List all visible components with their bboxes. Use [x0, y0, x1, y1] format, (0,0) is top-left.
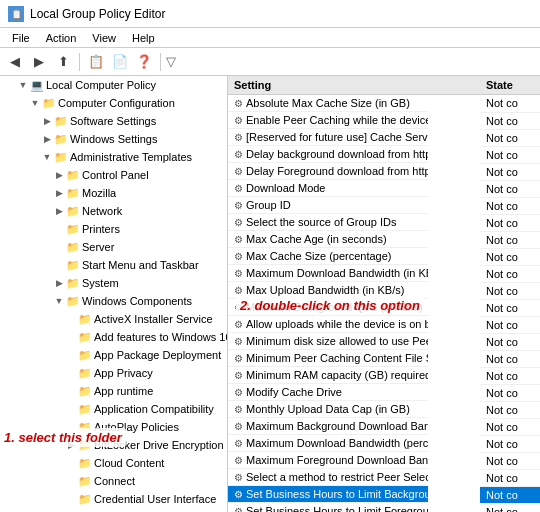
table-row[interactable]: ⚙Delay background download from http (in…: [228, 146, 540, 163]
setting-icon: ⚙: [234, 98, 243, 109]
tree-item-app-package[interactable]: 📁 App Package Deployment: [0, 346, 227, 364]
expand-icon: ▶: [40, 114, 54, 128]
tree-item-credential-ui[interactable]: 📁 Credential User Interface: [0, 490, 227, 508]
folder-icon: 📁: [54, 150, 68, 164]
table-row[interactable]: ⚙Set Business Hours to Limit Background …: [228, 486, 540, 503]
menu-file[interactable]: File: [4, 30, 38, 46]
tree-item-software-settings[interactable]: ▶ 📁 Software Settings: [0, 112, 227, 130]
table-row[interactable]: ⚙Maximum Download Bandwidth (in KB/s)Not…: [228, 265, 540, 282]
help-button[interactable]: ❓: [133, 51, 155, 73]
folder-icon: 📁: [66, 240, 80, 254]
expand-icon: ▼: [40, 150, 54, 164]
setting-state: Not co: [480, 384, 540, 401]
folder-icon: 📁: [78, 492, 92, 506]
setting-state: Not co: [480, 333, 540, 350]
setting-label: ⚙Maximum Download Bandwidth (in KB/s): [228, 265, 428, 282]
setting-state: Not co: [480, 129, 540, 146]
main-content: ▼ 💻 Local Computer Policy ▼ 📁 Computer C…: [0, 76, 540, 512]
tree-item-windows-settings[interactable]: ▶ 📁 Windows Settings: [0, 130, 227, 148]
expand-icon: ▶: [52, 186, 66, 200]
table-row[interactable]: ⚙Set Business Hours to Limit Foreground …: [228, 503, 540, 512]
up-button[interactable]: ⬆: [52, 51, 74, 73]
table-row[interactable]: ⚙Minimum Peer Caching Content File Size …: [228, 350, 540, 367]
show-hide-button[interactable]: 📋: [85, 51, 107, 73]
right-panel[interactable]: Setting State ⚙Absolute Max Cache Size (…: [228, 76, 540, 512]
toolbar-separator-2: [160, 53, 161, 71]
col-setting: Setting: [228, 76, 480, 95]
folder-icon: 📁: [66, 204, 80, 218]
expand-icon: [64, 420, 78, 434]
table-row[interactable]: ⚙Group IDNot co: [228, 197, 540, 214]
tree-item-app-runtime[interactable]: 📁 App runtime: [0, 382, 227, 400]
setting-label: ⚙Absolute Max Cache Size (in GB): [228, 95, 428, 112]
tree-item-app-compat[interactable]: 📁 Application Compatibility: [0, 400, 227, 418]
tree-item-connect[interactable]: 📁 Connect: [0, 472, 227, 490]
tree-item-server[interactable]: 📁 Server: [0, 238, 227, 256]
table-row[interactable]: ⚙Select the source of Group IDsNot co: [228, 214, 540, 231]
tree-item-network[interactable]: ▶ 📁 Network: [0, 202, 227, 220]
table-row[interactable]: ⚙Max Cache Age (in seconds)Not co: [228, 231, 540, 248]
menu-action[interactable]: Action: [38, 30, 85, 46]
tree-item-computer-config[interactable]: ▼ 📁 Computer Configuration: [0, 94, 227, 112]
setting-state: Not co: [480, 435, 540, 452]
setting-state: Not co: [480, 95, 540, 113]
tree-item-local-computer-policy[interactable]: ▼ 💻 Local Computer Policy: [0, 76, 227, 94]
setting-label: ⚙Minimum RAM capacity (GB) required to u…: [228, 367, 428, 384]
setting-icon: ⚙: [234, 404, 243, 415]
table-row[interactable]: ⚙Modify Cache DriveNot co: [228, 384, 540, 401]
tree-item-bitlocker[interactable]: ▶ 📁 BitLocker Drive Encryption: [0, 436, 227, 454]
left-panel[interactable]: ▼ 💻 Local Computer Policy ▼ 📁 Computer C…: [0, 76, 228, 512]
table-row[interactable]: ⚙Max Cache Size (percentage)Not co: [228, 248, 540, 265]
expand-icon: ▼: [52, 294, 66, 308]
tree-item-activex[interactable]: 📁 ActiveX Installer Service: [0, 310, 227, 328]
tree-item-printers[interactable]: 📁 Printers: [0, 220, 227, 238]
tree-item-windows-components[interactable]: ▼ 📁 Windows Components: [0, 292, 227, 310]
table-row[interactable]: ⚙Allow uploads while the device is on ba…: [228, 316, 540, 333]
table-row[interactable]: ⚙Select a method to restrict Peer Select…: [228, 469, 540, 486]
tree-label: Start Menu and Taskbar: [82, 257, 199, 273]
menu-view[interactable]: View: [84, 30, 124, 46]
tree-item-start-menu[interactable]: 📁 Start Menu and Taskbar: [0, 256, 227, 274]
setting-state: Not co: [480, 282, 540, 299]
tree-label: Windows Components: [82, 293, 192, 309]
folder-icon: 📁: [66, 258, 80, 272]
setting-state: Not co: [480, 180, 540, 197]
menu-help[interactable]: Help: [124, 30, 163, 46]
tree-label: BitLocker Drive Encryption: [94, 437, 224, 453]
setting-label: ⚙Select a method to restrict Peer Select…: [228, 469, 428, 486]
table-row[interactable]: ⚙Minimum disk size allowed to use Peer C…: [228, 333, 540, 350]
tree-item-autoplay[interactable]: 📁 AutoPlay Policies: [0, 418, 227, 436]
setting-icon: ⚙: [234, 200, 243, 211]
tree-item-app-privacy[interactable]: 📁 App Privacy: [0, 364, 227, 382]
table-row[interactable]: ⚙Minimum Background QoS (in KB/s)Not co: [228, 299, 540, 316]
tree-item-admin-templates[interactable]: ▼ 📁 Administrative Templates: [0, 148, 227, 166]
tree-item-control-panel[interactable]: ▶ 📁 Control Panel: [0, 166, 227, 184]
expand-icon: ▶: [52, 276, 66, 290]
table-row[interactable]: ⚙Maximum Background Download Bandwidth (…: [228, 418, 540, 435]
tree-label: Windows Settings: [70, 131, 157, 147]
properties-button[interactable]: 📄: [109, 51, 131, 73]
table-row[interactable]: ⚙Absolute Max Cache Size (in GB)Not co: [228, 95, 540, 113]
table-row[interactable]: ⚙Minimum RAM capacity (GB) required to u…: [228, 367, 540, 384]
tree-item-system[interactable]: ▶ 📁 System: [0, 274, 227, 292]
table-row[interactable]: ⚙Enable Peer Caching while the device co…: [228, 112, 540, 129]
back-button[interactable]: ◀: [4, 51, 26, 73]
tree-item-cloud-content[interactable]: 📁 Cloud Content: [0, 454, 227, 472]
forward-button[interactable]: ▶: [28, 51, 50, 73]
setting-state: Not co: [480, 418, 540, 435]
tree-item-data-collection[interactable]: 📁 Data Collection and Preview Bu: [0, 508, 227, 512]
table-row[interactable]: ⚙[Reserved for future use] Cache Server …: [228, 129, 540, 146]
table-row[interactable]: ⚙Delay Foreground download from http (in…: [228, 163, 540, 180]
tree-item-mozilla[interactable]: ▶ 📁 Mozilla: [0, 184, 227, 202]
setting-label: ⚙Maximum Foreground Download Bandwidth (…: [228, 452, 428, 469]
folder-icon: 📁: [54, 114, 68, 128]
table-row[interactable]: ⚙Max Upload Bandwidth (in KB/s)Not co: [228, 282, 540, 299]
table-row[interactable]: ⚙Download ModeNot co: [228, 180, 540, 197]
table-row[interactable]: ⚙Monthly Upload Data Cap (in GB)Not co: [228, 401, 540, 418]
setting-icon: ⚙: [234, 336, 243, 347]
table-row[interactable]: ⚙Maximum Foreground Download Bandwidth (…: [228, 452, 540, 469]
expand-icon: [64, 330, 78, 344]
table-row[interactable]: ⚙Maximum Download Bandwidth (percentage)…: [228, 435, 540, 452]
setting-label: ⚙Download Mode: [228, 180, 428, 197]
tree-item-add-features[interactable]: 📁 Add features to Windows 10: [0, 328, 227, 346]
